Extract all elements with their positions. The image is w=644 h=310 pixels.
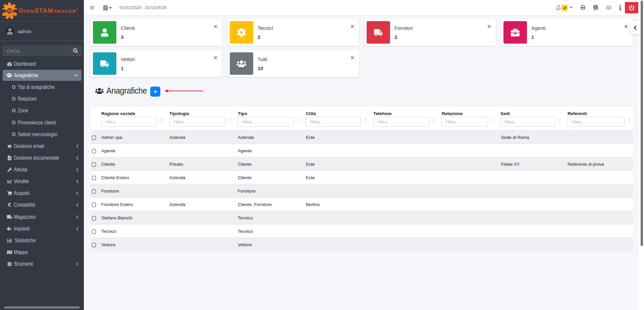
svg-text:OSM: OSM <box>5 9 14 13</box>
